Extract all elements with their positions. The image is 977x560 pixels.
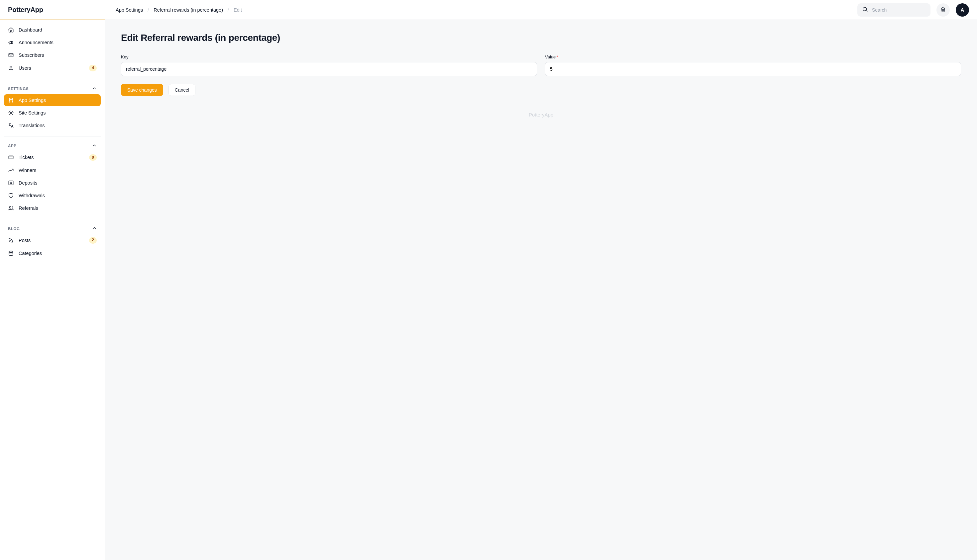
gear-icon: [8, 110, 14, 116]
vault-icon: [8, 180, 14, 186]
home-icon: [8, 27, 14, 33]
sidebar-item-announcements[interactable]: Announcements: [4, 37, 101, 48]
section-head-app[interactable]: APP: [4, 141, 101, 152]
save-button[interactable]: Save changes: [121, 84, 163, 96]
page-content: Edit Referral rewards (in percentage) Ke…: [105, 20, 977, 130]
megaphone-icon: [8, 40, 14, 45]
avatar[interactable]: A: [956, 3, 969, 17]
sidebar-item-label: Deposits: [18, 180, 97, 185]
user-icon: [8, 65, 14, 71]
sidebar-item-label: Dashboard: [18, 27, 97, 33]
count-badge: 0: [89, 154, 97, 161]
form-actions: Save changes Cancel: [121, 84, 961, 96]
sidebar-item-posts[interactable]: Posts 2: [4, 234, 101, 247]
sidebar-item-label: Users: [18, 65, 84, 71]
sidebar-item-winners[interactable]: Winners: [4, 164, 101, 176]
sidebar-item-categories[interactable]: Categories: [4, 247, 101, 259]
section-title: BLOG: [8, 227, 20, 231]
sidebar-item-label: Posts: [18, 238, 84, 243]
value-label: Value*: [545, 55, 961, 59]
count-badge: 4: [89, 65, 97, 72]
search-icon: [862, 6, 868, 13]
topbar: App Settings / Referral rewards (in perc…: [105, 0, 977, 20]
sliders-icon: [8, 97, 14, 103]
sidebar-nav: Dashboard Announcements Subscribers User…: [0, 20, 105, 560]
card-icon: [8, 154, 14, 160]
chevron-up-icon: [92, 143, 97, 149]
brand-text: PotteryApp: [8, 6, 43, 13]
trash-icon: [940, 6, 946, 13]
sidebar-item-label: App Settings: [18, 98, 97, 103]
translate-icon: [8, 122, 14, 128]
breadcrumb: App Settings / Referral rewards (in perc…: [115, 7, 852, 13]
sidebar-item-tickets[interactable]: Tickets 0: [4, 152, 101, 164]
search-input[interactable]: [871, 7, 926, 13]
sidebar-item-label: Categories: [18, 251, 97, 256]
sidebar-item-referrals[interactable]: Referrals: [4, 202, 101, 214]
breadcrumb-separator: /: [228, 7, 229, 13]
brand-logo[interactable]: PotteryApp: [0, 0, 105, 20]
sidebar-item-label: Winners: [18, 168, 97, 173]
sidebar-item-dashboard[interactable]: Dashboard: [4, 24, 101, 36]
key-input[interactable]: [121, 62, 537, 76]
form-row: Key Value*: [121, 55, 961, 76]
sidebar-item-label: Translations: [18, 123, 97, 128]
cancel-button[interactable]: Cancel: [169, 84, 196, 96]
sidebar-item-app-settings[interactable]: App Settings: [4, 94, 101, 106]
count-badge: 2: [89, 237, 97, 243]
breadcrumb-separator: /: [147, 7, 149, 13]
section-title: APP: [8, 144, 16, 148]
chevron-up-icon: [92, 226, 97, 232]
sidebar-item-site-settings[interactable]: Site Settings: [4, 107, 101, 119]
search-box[interactable]: [857, 3, 930, 17]
users-icon: [8, 205, 14, 211]
required-asterisk: *: [556, 55, 558, 59]
breadcrumb-app-settings[interactable]: App Settings: [115, 7, 143, 13]
sidebar-item-label: Announcements: [18, 40, 97, 45]
page-title: Edit Referral rewards (in percentage): [121, 33, 961, 43]
sidebar-item-label: Referrals: [18, 205, 97, 211]
breadcrumb-current: Edit: [234, 7, 242, 13]
field-key: Key: [121, 55, 537, 76]
main-content: App Settings / Referral rewards (in perc…: [105, 0, 977, 560]
sidebar-item-users[interactable]: Users 4: [4, 62, 101, 74]
delete-button[interactable]: [937, 3, 950, 17]
shield-icon: [8, 193, 14, 198]
sidebar-item-label: Site Settings: [18, 110, 97, 115]
field-value: Value*: [545, 55, 961, 76]
trend-icon: [8, 167, 14, 173]
sidebar-item-deposits[interactable]: Deposits: [4, 177, 101, 189]
sidebar-item-translations[interactable]: Translations: [4, 120, 101, 132]
sidebar-item-subscribers[interactable]: Subscribers: [4, 49, 101, 61]
value-input[interactable]: [545, 62, 961, 76]
rss-icon: [8, 237, 14, 243]
avatar-initial: A: [961, 7, 964, 13]
chevron-up-icon: [92, 86, 97, 92]
watermark: PotteryApp: [121, 112, 961, 118]
key-label: Key: [121, 55, 537, 59]
sidebar-item-label: Subscribers: [18, 52, 97, 58]
value-label-text: Value: [545, 55, 555, 59]
section-head-blog[interactable]: BLOG: [4, 224, 101, 234]
section-head-settings[interactable]: SETTINGS: [4, 84, 101, 94]
breadcrumb-referral-rewards[interactable]: Referral rewards (in percentage): [154, 7, 223, 13]
sidebar-item-label: Tickets: [18, 155, 84, 160]
db-icon: [8, 250, 14, 256]
sidebar: PotteryApp Dashboard Announcements Subsc…: [0, 0, 105, 560]
sidebar-item-label: Withdrawals: [18, 193, 97, 198]
sidebar-item-withdrawals[interactable]: Withdrawals: [4, 190, 101, 202]
mail-icon: [8, 52, 14, 58]
section-title: SETTINGS: [8, 87, 28, 91]
